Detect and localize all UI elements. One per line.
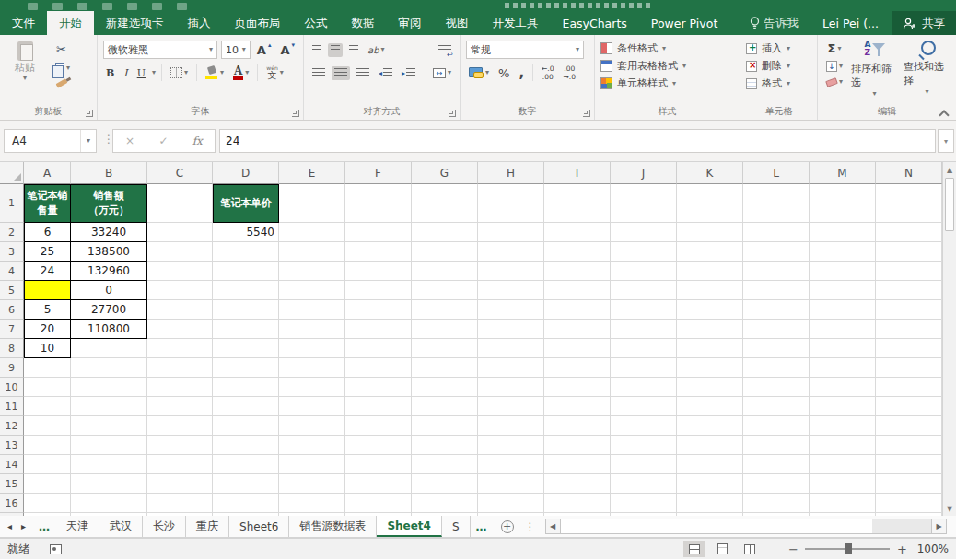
qat-icon[interactable]: [77, 3, 87, 10]
zoom-in-button[interactable]: +: [897, 542, 906, 556]
insert-function-button[interactable]: fx: [192, 134, 203, 147]
number-dialog-launcher[interactable]: [583, 110, 590, 117]
cell-M2[interactable]: [810, 223, 876, 242]
cell-A17[interactable]: [24, 513, 71, 516]
select-all-corner[interactable]: [0, 162, 24, 184]
sheet-tab-Sheet6[interactable]: Sheet6: [229, 516, 289, 537]
cell-B3[interactable]: 138500: [71, 242, 147, 262]
cell-M4[interactable]: [810, 262, 876, 281]
cell-L1[interactable]: [743, 184, 810, 223]
sheetbar-grip[interactable]: ⋮: [521, 516, 540, 537]
row-header-3[interactable]: 3: [0, 242, 24, 262]
format-painter-button[interactable]: [50, 79, 73, 88]
cell-J1[interactable]: [611, 184, 677, 223]
cell-I11[interactable]: [544, 397, 611, 416]
increase-indent-button[interactable]: ▸: [399, 66, 418, 80]
cell-J3[interactable]: [611, 242, 677, 262]
cell-N10[interactable]: [876, 378, 942, 397]
cell-H16[interactable]: [478, 494, 544, 513]
cell-K6[interactable]: [677, 300, 743, 320]
cell-A6[interactable]: 5: [24, 300, 71, 320]
cell-M11[interactable]: [810, 397, 876, 416]
cell-H17[interactable]: [478, 513, 544, 516]
cell-F8[interactable]: [345, 339, 412, 358]
page-break-view-button[interactable]: [739, 541, 761, 557]
row-header-2[interactable]: 2: [0, 223, 24, 242]
cell-G9[interactable]: [412, 358, 478, 378]
name-box-dropdown[interactable]: ▾: [80, 130, 96, 152]
cell-F13[interactable]: [345, 436, 412, 455]
cell-J12[interactable]: [611, 416, 677, 436]
cell-G1[interactable]: [412, 184, 478, 223]
cell-E13[interactable]: [279, 436, 345, 455]
decrease-indent-button[interactable]: ◂: [376, 66, 395, 80]
col-header-H[interactable]: H: [478, 162, 544, 184]
bold-button[interactable]: B: [103, 65, 117, 81]
cell-A8[interactable]: 10: [24, 339, 71, 358]
cell-I14[interactable]: [544, 455, 611, 474]
cell-E16[interactable]: [279, 494, 345, 513]
cell-K1[interactable]: [677, 184, 743, 223]
zoom-slider[interactable]: [805, 548, 890, 550]
row-header-17[interactable]: 17: [0, 513, 24, 516]
increase-decimal-button[interactable]: ←.0.00: [539, 64, 556, 83]
cell-K15[interactable]: [677, 474, 743, 494]
cell-J7[interactable]: [611, 320, 677, 339]
align-middle-button[interactable]: [328, 43, 343, 57]
cell-K3[interactable]: [677, 242, 743, 262]
font-name-select[interactable]: 微软雅黑▾: [103, 41, 217, 59]
cell-D12[interactable]: [213, 416, 279, 436]
cell-M7[interactable]: [810, 320, 876, 339]
col-header-C[interactable]: C: [147, 162, 213, 184]
col-header-M[interactable]: M: [810, 162, 876, 184]
cell-L3[interactable]: [743, 242, 810, 262]
cell-M5[interactable]: [810, 281, 876, 300]
cell-E4[interactable]: [279, 262, 345, 281]
cell-E2[interactable]: [279, 223, 345, 242]
cell-G14[interactable]: [412, 455, 478, 474]
cell-J8[interactable]: [611, 339, 677, 358]
paste-dropdown[interactable]: ▾: [23, 75, 27, 82]
cell-B5[interactable]: 0: [71, 281, 147, 300]
copy-button[interactable]: ▾: [50, 61, 73, 76]
cell-C13[interactable]: [147, 436, 213, 455]
cell-G8[interactable]: [412, 339, 478, 358]
cell-A15[interactable]: [24, 474, 71, 494]
cell-A16[interactable]: [24, 494, 71, 513]
cell-J15[interactable]: [611, 474, 677, 494]
ribbon-tab-文件[interactable]: 文件: [0, 11, 47, 35]
cell-A7[interactable]: 20: [24, 320, 71, 339]
cell-L17[interactable]: [743, 513, 810, 516]
cell-L5[interactable]: [743, 281, 810, 300]
alignment-dialog-launcher[interactable]: [449, 110, 456, 117]
cell-E3[interactable]: [279, 242, 345, 262]
cell-C6[interactable]: [147, 300, 213, 320]
cell-J4[interactable]: [611, 262, 677, 281]
cell-I1[interactable]: [544, 184, 611, 223]
cell-F5[interactable]: [345, 281, 412, 300]
cell-I10[interactable]: [544, 378, 611, 397]
cell-L16[interactable]: [743, 494, 810, 513]
cell-N8[interactable]: [876, 339, 942, 358]
qat-icon[interactable]: [152, 3, 162, 10]
row-header-12[interactable]: 12: [0, 416, 24, 436]
cell-G13[interactable]: [412, 436, 478, 455]
row-header-1[interactable]: 1: [0, 184, 24, 223]
ribbon-tab-EasyCharts[interactable]: EasyCharts: [551, 11, 639, 35]
ribbon-tab-公式[interactable]: 公式: [293, 11, 340, 35]
cell-A4[interactable]: 24: [24, 262, 71, 281]
cell-K4[interactable]: [677, 262, 743, 281]
cell-L7[interactable]: [743, 320, 810, 339]
find-select-button[interactable]: 查找和选择 ▾: [904, 40, 950, 105]
ribbon-tab-Power Pivot[interactable]: Power Pivot: [639, 11, 729, 35]
cell-G5[interactable]: [412, 281, 478, 300]
cell-G7[interactable]: [412, 320, 478, 339]
align-right-button[interactable]: [354, 66, 372, 80]
zoom-level[interactable]: 100%: [914, 542, 949, 555]
cell-H8[interactable]: [478, 339, 544, 358]
cell-N5[interactable]: [876, 281, 942, 300]
cell-L13[interactable]: [743, 436, 810, 455]
cell-D10[interactable]: [213, 378, 279, 397]
cell-K13[interactable]: [677, 436, 743, 455]
cell-C3[interactable]: [147, 242, 213, 262]
